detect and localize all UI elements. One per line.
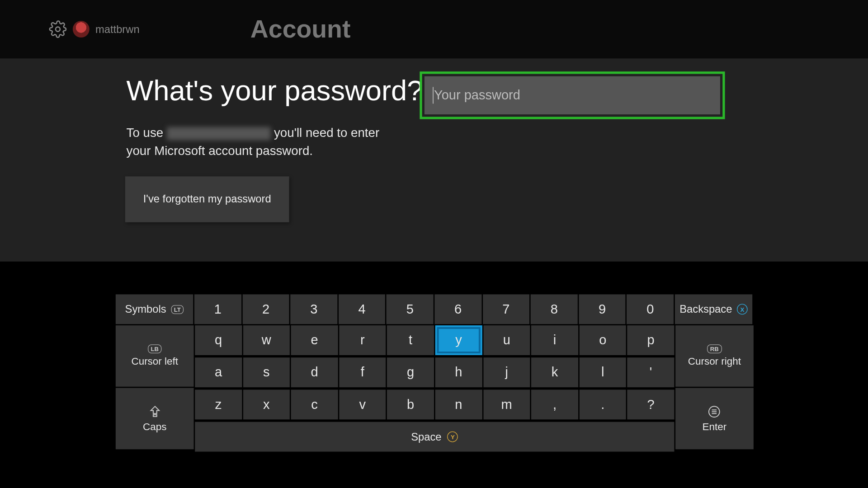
key-y[interactable]: y xyxy=(435,325,482,355)
key-1[interactable]: 1 xyxy=(194,294,241,324)
key-e[interactable]: e xyxy=(291,325,338,355)
key-f[interactable]: f xyxy=(339,357,386,387)
forgot-password-label: I've forgotten my password xyxy=(143,193,271,206)
caps-icon xyxy=(147,404,162,419)
onscreen-keyboard: Symbols LT 1234567890 Backspace X LB Cur… xyxy=(116,294,752,453)
password-field-highlight: Your password xyxy=(420,71,725,119)
key-w[interactable]: w xyxy=(243,325,290,355)
header-user: mattbrwn xyxy=(0,20,217,38)
help-pre: To use xyxy=(127,126,167,139)
key-x[interactable]: x xyxy=(243,389,290,419)
key-.[interactable]: . xyxy=(579,389,626,419)
key-backspace-label: Backspace xyxy=(679,303,732,316)
key-7[interactable]: 7 xyxy=(483,294,530,324)
key-d[interactable]: d xyxy=(291,357,338,387)
password-help-text: To use you'll need to enter your Microso… xyxy=(127,124,407,160)
key-p[interactable]: p xyxy=(627,325,675,355)
key-s[interactable]: s xyxy=(243,357,290,387)
key-2[interactable]: 2 xyxy=(242,294,289,324)
password-placeholder: Your password xyxy=(434,88,520,103)
page-title: Account xyxy=(217,15,350,43)
key-b[interactable]: b xyxy=(387,389,434,419)
key-5[interactable]: 5 xyxy=(387,294,434,324)
avatar xyxy=(73,21,90,38)
text-caret xyxy=(433,87,433,104)
gear-icon xyxy=(49,20,67,38)
key-z[interactable]: z xyxy=(195,389,242,419)
key-enter[interactable]: Enter xyxy=(675,388,754,449)
redacted-email xyxy=(167,127,270,140)
key-u[interactable]: u xyxy=(483,325,530,355)
key-?[interactable]: ? xyxy=(627,389,675,419)
rb-badge: RB xyxy=(707,344,722,353)
key-c[interactable]: c xyxy=(291,389,338,419)
key-m[interactable]: m xyxy=(483,389,530,419)
key-v[interactable]: v xyxy=(339,389,386,419)
key-,[interactable]: , xyxy=(531,389,578,419)
lb-badge: LB xyxy=(148,344,162,353)
key-t[interactable]: t xyxy=(387,325,434,355)
key-4[interactable]: 4 xyxy=(339,294,386,324)
key-symbols[interactable]: Symbols LT xyxy=(116,294,193,324)
header-bar: mattbrwn Account xyxy=(0,0,868,58)
keyboard-area: Symbols LT 1234567890 Backspace X LB Cur… xyxy=(0,262,868,488)
key-9[interactable]: 9 xyxy=(579,294,626,324)
key-space-label: Space xyxy=(411,431,441,443)
key-i[interactable]: i xyxy=(531,325,578,355)
forgot-password-button[interactable]: I've forgotten my password xyxy=(125,176,289,222)
key-0[interactable]: 0 xyxy=(627,294,674,324)
key-j[interactable]: j xyxy=(483,357,530,387)
key-q[interactable]: q xyxy=(195,325,242,355)
svg-point-0 xyxy=(56,27,60,32)
key-r[interactable]: r xyxy=(339,325,386,355)
key-backspace[interactable]: Backspace X xyxy=(675,294,752,324)
key-l[interactable]: l xyxy=(579,357,626,387)
key-6[interactable]: 6 xyxy=(434,294,481,324)
svg-rect-1 xyxy=(153,414,156,416)
key-g[interactable]: g xyxy=(387,357,434,387)
key-space[interactable]: Space Y xyxy=(195,422,674,452)
key-k[interactable]: k xyxy=(531,357,578,387)
key-symbols-label: Symbols xyxy=(125,303,166,316)
key-enter-label: Enter xyxy=(703,421,727,433)
key-cursor-right-label: Cursor right xyxy=(688,356,741,367)
key-h[interactable]: h xyxy=(435,357,482,387)
x-badge: X xyxy=(737,304,748,315)
lt-badge: LT xyxy=(171,305,184,314)
content-panel: What's your password? To use you'll need… xyxy=(0,58,868,262)
key-'[interactable]: ' xyxy=(627,357,675,387)
key-a[interactable]: a xyxy=(195,357,242,387)
username-label: mattbrwn xyxy=(95,23,140,36)
key-cursor-left[interactable]: LB Cursor left xyxy=(116,325,194,387)
key-3[interactable]: 3 xyxy=(290,294,337,324)
key-o[interactable]: o xyxy=(579,325,626,355)
key-n[interactable]: n xyxy=(435,389,482,419)
menu-icon xyxy=(708,404,722,419)
key-cursor-left-label: Cursor left xyxy=(131,356,178,367)
y-badge: Y xyxy=(448,432,458,442)
key-cursor-right[interactable]: RB Cursor right xyxy=(675,325,754,387)
key-8[interactable]: 8 xyxy=(531,294,578,324)
password-heading: What's your password? xyxy=(127,74,423,107)
key-caps-label: Caps xyxy=(143,421,166,433)
password-input[interactable]: Your password xyxy=(425,76,720,114)
key-caps[interactable]: Caps xyxy=(116,388,194,449)
